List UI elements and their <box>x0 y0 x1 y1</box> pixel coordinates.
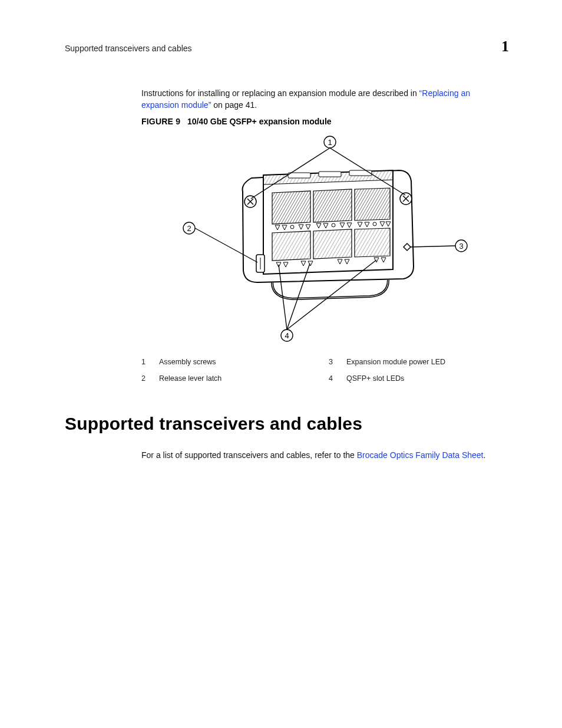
svg-marker-27 <box>355 228 390 257</box>
svg-point-17 <box>332 223 335 227</box>
callout-3: 3 <box>459 242 463 251</box>
qsfp-module-illustration: 1 2 3 4 <box>175 134 475 346</box>
running-header-title: Supported transceivers and cables <box>65 42 192 54</box>
legend-2-num: 2 <box>141 373 152 384</box>
legend-3-num: 3 <box>329 357 339 367</box>
legend-4-num: 4 <box>329 373 339 384</box>
chapter-number: 1 <box>501 35 509 58</box>
svg-point-12 <box>290 225 294 229</box>
svg-rect-4 <box>288 173 310 178</box>
section-paragraph: For a list of supported transceivers and… <box>141 449 509 461</box>
svg-marker-25 <box>272 231 310 261</box>
callout-2: 2 <box>187 224 191 233</box>
svg-marker-9 <box>355 188 390 220</box>
figure-label: FIGURE 9 <box>141 116 185 127</box>
section-title: Supported transceivers and cables <box>65 411 509 437</box>
legend-3-text: Expansion module power LED <box>346 357 509 367</box>
callout-4: 4 <box>285 331 289 340</box>
legend-4-text: QSFP+ slot LEDs <box>346 373 509 384</box>
intro-suffix: on page 41. <box>211 100 257 110</box>
figure-title: 10/40 GbE QSFP+ expansion module <box>187 117 332 126</box>
legend-2-text: Release lever latch <box>159 373 322 384</box>
running-header: Supported transceivers and cables 1 <box>65 35 509 58</box>
svg-marker-7 <box>272 191 310 224</box>
svg-rect-5 <box>319 172 341 177</box>
svg-marker-8 <box>313 189 352 222</box>
svg-line-50 <box>411 246 455 247</box>
section-text-prefix: For a list of supported transceivers and… <box>141 450 357 460</box>
figure-diagram: 1 2 3 4 <box>175 134 475 346</box>
intro-paragraph: Instructions for installing or replacing… <box>141 87 509 111</box>
brocade-datasheet-link[interactable]: Brocade Optics Family Data Sheet <box>357 450 484 460</box>
svg-marker-26 <box>313 229 352 259</box>
svg-point-22 <box>373 222 376 226</box>
svg-rect-6 <box>349 170 372 176</box>
legend-1-num: 1 <box>141 357 152 367</box>
figure-caption: FIGURE 9 10/40 GbE QSFP+ expansion modul… <box>141 116 509 127</box>
figure-legend: 1 Assembly screws 3 Expansion module pow… <box>141 357 509 384</box>
intro-text: Instructions for installing or replacing… <box>141 88 419 98</box>
section-text-suffix: . <box>484 450 486 460</box>
legend-1-text: Assembly screws <box>159 357 322 367</box>
callout-1: 1 <box>328 138 332 147</box>
